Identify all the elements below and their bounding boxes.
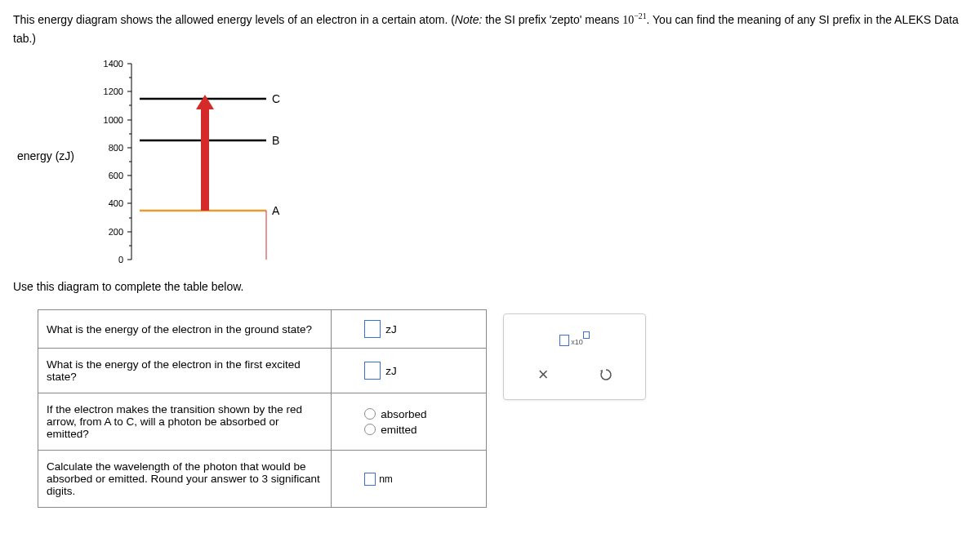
y-axis-label: energy (zJ)	[17, 149, 74, 162]
radio-absorbed[interactable]	[364, 408, 376, 420]
svg-marker-28	[196, 95, 214, 109]
svg-text:1000: 1000	[104, 115, 123, 125]
svg-text:200: 200	[109, 227, 123, 237]
svg-text:0: 0	[118, 255, 123, 264]
question-cell: If the electron makes the transition sho…	[38, 393, 332, 451]
table-row: What is the energy of the electron in th…	[38, 310, 487, 349]
instruction-2: Use this diagram to complete the table b…	[13, 280, 967, 293]
svg-text:600: 600	[109, 171, 123, 180]
answer-input[interactable]	[364, 362, 381, 380]
question-cell: Calculate the wavelength of the photon t…	[38, 451, 332, 508]
reset-icon	[598, 367, 614, 383]
scientific-notation-button[interactable]: x10	[558, 326, 592, 352]
table-row: If the electron makes the transition sho…	[38, 393, 487, 451]
answer-cell: nm	[332, 451, 487, 508]
answer-cell: zJ	[332, 349, 487, 393]
svg-text:B: B	[272, 134, 279, 147]
answer-cell: zJ	[332, 310, 487, 349]
question-table: What is the energy of the electron in th…	[38, 309, 487, 508]
question-cell: What is the energy of the electron in th…	[38, 310, 332, 349]
svg-text:1200: 1200	[104, 87, 123, 96]
answer-input[interactable]	[364, 473, 376, 486]
clear-button[interactable]: ×	[526, 362, 560, 388]
instruction-text: This energy diagram shows the allowed en…	[13, 10, 967, 47]
chart-svg: 0 200 400 600 800 1000 1200 1400 A B	[54, 56, 332, 268]
table-row: Calculate the wavelength of the photon t…	[38, 451, 487, 508]
energy-level-chart: energy (zJ) 0 200 400 600 800 1000 1200 …	[54, 56, 967, 268]
radio-emitted[interactable]	[364, 424, 376, 435]
toolbox-panel: x10 ×	[503, 313, 646, 400]
answer-cell: absorbed emitted	[332, 393, 487, 451]
svg-text:1400: 1400	[104, 59, 123, 69]
svg-text:400: 400	[109, 198, 123, 208]
reset-button[interactable]	[589, 362, 623, 388]
answer-input[interactable]	[364, 320, 381, 338]
svg-text:C: C	[272, 92, 280, 105]
svg-text:A: A	[272, 204, 280, 217]
table-row: What is the energy of the electron in th…	[38, 349, 487, 393]
svg-text:800: 800	[109, 143, 123, 153]
question-cell: What is the energy of the electron in th…	[38, 349, 332, 393]
